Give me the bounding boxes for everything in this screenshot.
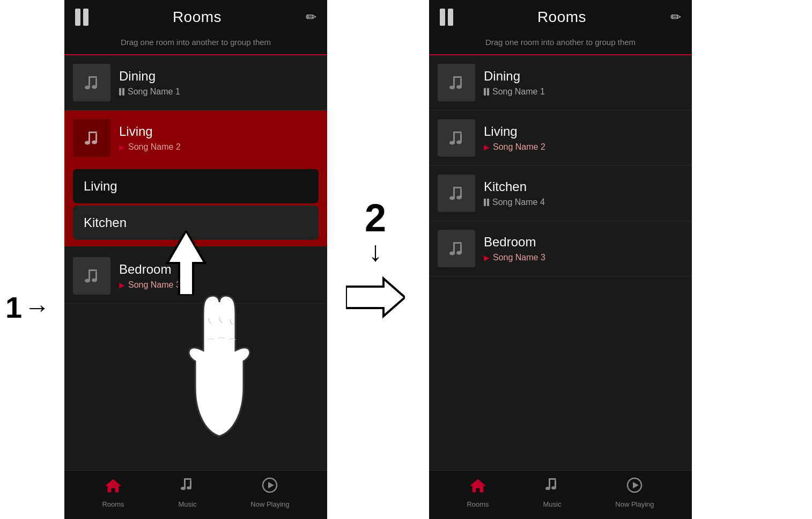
room-name-dining-right: Dining [484,69,545,84]
drag-overlay-area: Living Kitchen [64,165,327,246]
music-note-icon-dining-left [81,72,102,93]
room-item-dining-right[interactable]: Dining Song Name 1 [429,55,692,111]
play-circle-icon-left [262,477,278,493]
right-pause-icon [440,9,453,26]
room-info-bedroom-right: Bedroom ▶ Song Name 3 [484,235,545,262]
svg-point-20 [181,487,186,490]
right-rooms-label: Rooms [467,500,489,508]
song-name-kitchen-right: Song Name 4 [492,198,545,207]
room-info-dining-left: Dining Song Name 1 [119,69,180,97]
right-nowplaying-label: Now Playing [615,500,654,508]
left-rooms-icon [105,478,122,497]
svg-point-29 [456,85,462,89]
right-edit-icon[interactable]: ✏ [670,10,681,25]
step-2-number: 2 [365,199,386,237]
music-note-icon-bedroom-left [81,265,102,287]
step-2-down-arrow: ↓ [368,237,382,265]
svg-point-8 [85,141,90,145]
right-arrow-svg [346,276,405,319]
svg-point-21 [187,486,191,489]
play-indicator-bedroom-right: ▶ [484,253,490,262]
left-rooms-label: Rooms [102,500,124,508]
song-name-living-left: Song Name 2 [128,142,181,152]
pause-indicator-dining-left [119,88,124,96]
song-name-bedroom-left: Song Name 3 [128,280,181,290]
room-thumb-living-right [438,119,475,157]
music-note-icon-bedroom-right [446,238,467,259]
right-music-icon [544,477,559,497]
svg-point-14 [92,279,97,282]
left-bottom-nav: Rooms Music [64,470,327,519]
room-thumb-dining-left [73,64,110,101]
song-info-kitchen-right: Song Name 4 [484,198,545,207]
room-item-dining-left[interactable]: Dining Song Name 1 [64,55,327,111]
room-item-bedroom-left[interactable]: Bedroom ▶ Song Name 3 [64,248,327,304]
room-thumb-living-left [73,119,110,157]
room-item-living-left[interactable]: Living ▶ Song Name 2 [64,111,327,166]
left-nav-music[interactable]: Music [178,477,196,508]
song-info-living-right: ▶ Song Name 2 [484,142,545,152]
house-icon-right [469,478,486,493]
svg-marker-52 [633,482,639,488]
room-info-dining-right: Dining Song Name 1 [484,69,545,97]
left-pause-icon [75,9,88,26]
left-title: Rooms [173,9,222,26]
room-name-living-right: Living [484,124,545,139]
room-item-bedroom-right[interactable]: Bedroom ▶ Song Name 3 [429,221,692,276]
room-item-living-right[interactable]: Living ▶ Song Name 2 [429,111,692,166]
left-music-label: Music [178,500,196,508]
song-name-dining-right: Song Name 1 [492,87,545,97]
svg-marker-45 [470,479,485,492]
left-nowplaying-label: Now Playing [250,500,289,508]
right-nowplaying-icon [626,477,643,497]
song-info-bedroom-right: ▶ Song Name 3 [484,253,545,262]
right-nav-music[interactable]: Music [543,477,561,508]
pause-bar-1 [75,9,80,26]
song-info-bedroom-left: ▶ Song Name 3 [119,280,181,290]
svg-point-38 [449,196,455,200]
room-item-kitchen-right[interactable]: Kitchen Song Name 4 [429,166,692,221]
music-note-icon-dining-right [446,72,467,93]
right-nav-rooms[interactable]: Rooms [467,478,489,508]
room-name-living-left: Living [119,124,181,139]
right-bottom-nav: Rooms Music [429,470,692,519]
right-music-label: Music [543,500,561,508]
music-icon-right [544,477,559,493]
step-2-container: 2 ↓ [365,199,386,265]
right-room-list: Dining Song Name 1 [429,55,692,470]
living-container-left: Living ▶ Song Name 2 Living Kitchen [64,111,327,246]
right-rooms-icon [469,478,486,497]
left-nowplaying-icon [262,477,278,497]
svg-marker-16 [106,479,121,492]
room-thumb-bedroom-right [438,230,475,267]
song-name-bedroom-right: Song Name 3 [493,253,545,262]
svg-marker-24 [346,279,405,316]
left-music-icon [180,477,195,497]
song-name-dining-left: Song Name 1 [128,87,180,97]
room-thumb-dining-right [438,64,475,101]
play-indicator-living-right: ▶ [484,143,490,151]
room-thumb-bedroom-left [73,257,110,295]
right-arrow-container [346,276,405,321]
song-info-dining-left: Song Name 1 [119,87,180,97]
room-name-bedroom-left: Bedroom [119,262,181,277]
right-pause-bar-2 [448,9,453,26]
room-name-dining-left: Dining [119,69,180,84]
room-info-living-right: Living ▶ Song Name 2 [484,124,545,152]
play-indicator-bedroom-left: ▶ [119,281,125,289]
right-nav-nowplaying[interactable]: Now Playing [615,477,654,508]
house-icon-left [105,478,122,493]
svg-point-33 [449,141,455,145]
song-info-dining-right: Song Name 1 [484,87,545,97]
left-nav-nowplaying[interactable]: Now Playing [250,477,289,508]
right-header-top: Rooms ✏ [440,9,681,32]
right-subtitle: Drag one room into another to group them [440,32,681,54]
left-header-top: Rooms ✏ [75,9,316,32]
music-icon-left [180,477,195,493]
left-nav-rooms[interactable]: Rooms [102,478,124,508]
left-edit-icon[interactable]: ✏ [306,10,316,25]
svg-point-34 [456,141,462,144]
svg-point-4 [92,85,97,89]
right-phone: Rooms ✏ Drag one room into another to gr… [429,0,692,519]
svg-point-3 [85,86,90,90]
